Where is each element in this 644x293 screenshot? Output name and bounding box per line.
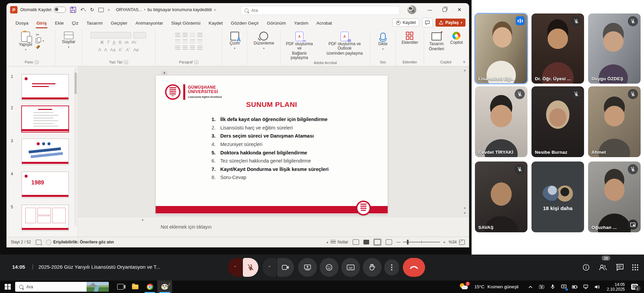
font-format-button[interactable]: K <box>101 40 104 45</box>
bing-daily-image[interactable] <box>87 282 109 292</box>
participant-tile[interactable]: Cevdet TİRYAKİ <box>475 86 527 157</box>
picture-in-picture-icon[interactable] <box>628 219 638 230</box>
restore-button[interactable] <box>437 3 452 16</box>
cut-button[interactable]: ✂ <box>36 32 42 37</box>
document-title[interactable]: ORYANTAS... • bu bilgisayar konumuna kay… <box>116 7 216 12</box>
font-color-button[interactable]: A⌀ <box>133 47 139 52</box>
activities-button[interactable] <box>631 263 640 272</box>
minimize-button[interactable]: — <box>422 3 437 16</box>
chrome-button[interactable] <box>142 281 157 293</box>
format-painter-button[interactable] <box>36 45 40 49</box>
ribbon-tab-görünüm[interactable]: Görünüm <box>263 19 290 28</box>
network-icon[interactable] <box>582 283 590 291</box>
share-button[interactable]: Paylaş▾ <box>436 19 465 27</box>
font-format-button[interactable]: S <box>119 40 122 45</box>
drawing-button[interactable]: Çizim▾ <box>228 32 241 51</box>
paragraph-dialog-launcher[interactable]: ↘ <box>194 60 198 64</box>
pdf-create-share-link-button[interactable]: A∞ PDF oluşturma veBağlantı paylaşma <box>282 32 316 60</box>
zoom-in-button[interactable]: ＋ <box>442 239 446 245</box>
camera-options-button[interactable]: ⌃ <box>262 258 277 277</box>
close-button[interactable]: ✕ <box>452 3 467 16</box>
notes-toggle-button[interactable]: ▲Notlar <box>326 240 348 244</box>
notification-center-button[interactable]: 2 <box>631 284 638 290</box>
ribbon-tab-slayt gösterisi[interactable]: Slayt Gösterisi <box>167 19 204 28</box>
ribbon-tab-ekle[interactable]: Ekle <box>51 19 68 28</box>
chat-button[interactable] <box>615 263 624 272</box>
ribbon-tab-dosya[interactable]: Dosya <box>11 19 32 28</box>
normal-view-button[interactable] <box>353 239 359 245</box>
weather-temperature[interactable]: 15°C <box>474 284 484 289</box>
tray-microphone-icon[interactable] <box>549 283 557 291</box>
weather-widget[interactable]: 3 <box>460 283 469 291</box>
present-screen-button[interactable] <box>298 258 317 277</box>
start-button[interactable] <box>5 284 10 290</box>
zoom-slider-knob[interactable] <box>407 240 409 244</box>
paint-app-button[interactable] <box>157 281 172 293</box>
indent-decrease-button[interactable] <box>190 33 195 37</box>
ribbon-tab-kaydet[interactable]: Kaydet <box>204 19 227 28</box>
meeting-details-button[interactable] <box>581 263 591 272</box>
slide-thumbnail-4[interactable]: 1989 <box>22 172 69 198</box>
search-input[interactable]: Ara <box>241 6 400 15</box>
line-spacing-button[interactable] <box>197 33 202 37</box>
slide-thumbnail-2[interactable] <box>21 106 69 133</box>
camera-toggle-button[interactable] <box>277 258 294 277</box>
align-left-button[interactable] <box>175 46 180 50</box>
align-text-button[interactable] <box>190 39 195 43</box>
task-view-button[interactable] <box>113 281 128 293</box>
participant-tile[interactable]: SAVAŞ <box>475 162 527 232</box>
editor-scrollbar[interactable]: ▲ ▲ ▼ <box>463 68 467 215</box>
mic-toggle-button[interactable] <box>243 258 258 277</box>
font-format-button[interactable]: ab <box>125 40 129 44</box>
font-color-button[interactable]: A <box>104 47 107 52</box>
scroll-up-icon[interactable]: ▲ <box>463 68 467 72</box>
participant-tile[interactable]: Dr. Öğr. Üyesi ... <box>532 13 584 84</box>
copy-button[interactable] <box>36 38 40 43</box>
font-dialog-launcher[interactable]: ↘ <box>124 60 128 64</box>
participant-tile[interactable]: Ahmet <box>588 86 641 157</box>
participant-tile[interactable]: Nesibe Burnaz <box>532 86 584 157</box>
fit-slide-button[interactable] <box>459 240 465 245</box>
slideshow-view-button[interactable] <box>386 239 392 245</box>
slide-thumbnail-1[interactable] <box>22 74 69 100</box>
font-format-button[interactable]: T <box>107 40 109 45</box>
show-people-button[interactable] <box>598 263 608 272</box>
mic-options-button[interactable]: ⌃ <box>228 258 242 277</box>
notes-placeholder[interactable]: Not eklemek için tıklayın <box>161 224 212 230</box>
align-right-button[interactable] <box>190 46 195 50</box>
ribbon-tab-gözden geçir[interactable]: Gözden Geçir <box>227 19 263 28</box>
slide-canvas[interactable]: GÜMÜŞHANE ÜNİVERSİTESİ Lisansüstü Eğitim… <box>156 76 388 214</box>
zoom-level[interactable]: %34 <box>449 240 457 244</box>
ribbon-tab-geçişler[interactable]: Geçişler <box>107 19 132 28</box>
zoom-out-button[interactable]: — <box>396 240 400 244</box>
editing-button[interactable]: Düzenleme▾ <box>252 32 276 51</box>
captions-button[interactable]: CC <box>341 258 360 277</box>
record-button[interactable]: Kaydet <box>392 19 419 27</box>
quick-access-overflow-icon[interactable]: ∨ <box>108 8 110 11</box>
pdf-create-share-outlook-button[interactable]: A✉ PDF oluşturma ve Outlooküzerinden pay… <box>321 32 368 60</box>
start-slideshow-icon[interactable] <box>98 8 104 12</box>
undo-icon[interactable]: ↶▾ <box>80 7 86 13</box>
font-format-button[interactable]: A <box>112 40 116 45</box>
ribbon-tab-animasyonlar[interactable]: Animasyonlar <box>131 19 167 28</box>
font-color-button[interactable]: A <box>98 47 101 52</box>
ribbon-tab-çiz[interactable]: Çiz <box>68 19 83 28</box>
taskbar-search[interactable]: Ara <box>15 282 109 292</box>
font-size-combobox[interactable] <box>133 32 146 38</box>
weather-description[interactable]: Kısmen güneşli <box>487 284 518 289</box>
copilot-button[interactable]: Copilot <box>449 32 464 51</box>
participant-tile[interactable]: Oğuzhan ... <box>588 162 641 232</box>
indent-increase-button[interactable] <box>175 39 180 43</box>
notes-area[interactable]: ▼ Not eklemek için tıklayın <box>78 217 469 237</box>
display-settings-icon[interactable] <box>36 240 41 245</box>
screen-clip-icon[interactable] <box>538 283 546 291</box>
paste-button[interactable]: Yapıştır▾ <box>18 32 34 52</box>
accessibility-checker[interactable]: Erişilebilirlik: Önerilere göz atın <box>46 240 114 245</box>
ribbon-tab-acrobat[interactable]: Acrobat <box>312 19 336 28</box>
speaker-icon[interactable] <box>593 283 601 291</box>
font-color-button[interactable]: Aˆ <box>119 47 123 52</box>
ribbon-tab-tasarım[interactable]: Tasarım <box>83 19 107 28</box>
font-format-button[interactable]: AV <box>132 40 136 44</box>
next-slide-button[interactable]: ▼ <box>463 211 467 215</box>
text-direction-button[interactable] <box>183 39 188 43</box>
